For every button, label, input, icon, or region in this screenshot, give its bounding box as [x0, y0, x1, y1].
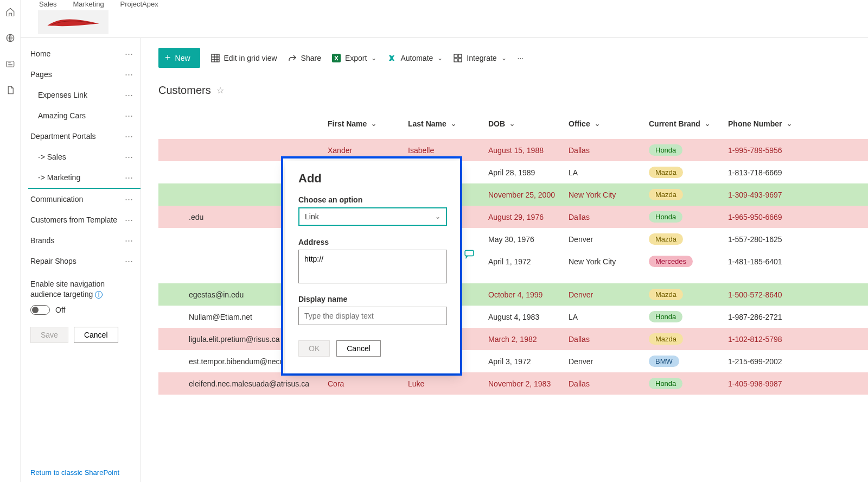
info-icon[interactable]: i [95, 291, 103, 299]
table-row[interactable]: eleifend.nec.malesuada@atrisus.caCoraLuk… [158, 372, 868, 395]
nav-item[interactable]: Communication··· [21, 189, 141, 210]
col-last-name[interactable]: Last Name⌄ [401, 114, 482, 134]
nav-item-menu[interactable]: ··· [125, 90, 136, 100]
option-label: Choose an option [298, 195, 447, 204]
address-input[interactable] [298, 250, 447, 283]
svg-rect-7 [458, 59, 462, 62]
table-row[interactable]: WilliamSmithApril 28, 1989LAMazda1-813-7… [158, 161, 868, 183]
svg-rect-6 [454, 59, 457, 62]
nav-item-menu[interactable]: ··· [125, 152, 136, 162]
table-row[interactable]: CoraSmithNovember 25, 2000New York CityM… [158, 183, 868, 206]
tab-marketing[interactable]: Marketing [73, 0, 104, 8]
table-row[interactable] [158, 272, 868, 283]
edit-grid-button[interactable]: Edit in grid view [211, 54, 277, 62]
table-row[interactable]: Nullam@Etiam.netChandaGiacomoAugust 4, 1… [158, 306, 868, 328]
table-row[interactable]: JasonZeleniaApril 1, 1972New York CityMe… [158, 250, 868, 272]
new-button[interactable]: +New [158, 48, 200, 68]
nav-item[interactable]: Home··· [21, 43, 141, 64]
svg-rect-5 [458, 54, 462, 58]
file-icon[interactable] [5, 85, 16, 96]
display-name-input[interactable] [298, 307, 447, 325]
toggle-state-label: Off [55, 306, 65, 314]
table-row[interactable]: est.tempor.bibendum@neccursusa.comPaloma… [158, 350, 868, 372]
insert-indicator: +👆 [28, 188, 141, 189]
col-dob[interactable]: DOB⌄ [482, 114, 562, 134]
nav-item[interactable]: Amazing Cars··· [21, 105, 141, 126]
svg-rect-2 [212, 54, 219, 62]
command-bar: +New Edit in grid view Share Export⌄ Aut… [141, 38, 868, 78]
nav-item-menu[interactable]: ··· [125, 49, 136, 59]
nav-item[interactable]: Department Portals··· [21, 126, 141, 147]
edit-nav-sidebar: Home···Pages···Expenses Link···Amazing C… [21, 38, 141, 482]
automate-button[interactable]: Automate⌄ [387, 54, 443, 62]
nav-item-menu[interactable]: ··· [125, 111, 136, 120]
col-first-name[interactable]: First Name⌄ [321, 114, 401, 134]
list-workspace: +New Edit in grid view Share Export⌄ Aut… [141, 38, 868, 482]
nav-item-menu[interactable]: ··· [125, 215, 136, 225]
list-title: Customers☆ [141, 78, 868, 99]
chevron-down-icon: ⌄ [435, 213, 441, 220]
nav-item-menu[interactable]: ··· [125, 173, 136, 182]
grid-icon [211, 54, 220, 62]
address-label: Address [298, 238, 447, 246]
integrate-button[interactable]: Integrate⌄ [454, 54, 506, 62]
comment-icon[interactable] [464, 249, 474, 259]
more-button[interactable]: ··· [518, 54, 524, 62]
excel-icon [332, 54, 341, 62]
save-button: Save [30, 327, 68, 343]
table-row[interactable]: JenniferSmithMay 30, 1976DenverMazda1-55… [158, 228, 868, 250]
nav-item-menu[interactable]: ··· [125, 236, 136, 245]
col-office[interactable]: Office⌄ [562, 114, 642, 134]
flow-icon [387, 54, 396, 62]
news-icon[interactable] [5, 59, 16, 69]
share-icon [288, 54, 297, 62]
nav-item[interactable]: -> Marketing··· [21, 167, 141, 188]
nav-item-menu[interactable]: ··· [125, 194, 136, 204]
ok-button: OK [298, 340, 330, 357]
dialog-title: Add [298, 172, 447, 186]
add-link-dialog: Add Choose an option Link ⌄ Address Disp… [281, 156, 462, 376]
dialog-cancel-button[interactable]: Cancel [336, 340, 381, 357]
app-rail [0, 0, 21, 482]
nav-item-menu[interactable]: ··· [125, 131, 136, 141]
globe-icon[interactable] [5, 33, 16, 43]
nav-item[interactable]: Repair Shops··· [21, 251, 141, 271]
export-button[interactable]: Export⌄ [332, 54, 376, 62]
col-current-brand[interactable]: Current Brand⌄ [642, 114, 722, 134]
tab-projectapex[interactable]: ProjectApex [120, 0, 158, 8]
site-tabs: Sales Marketing ProjectApex [21, 0, 868, 8]
audience-toggle[interactable] [30, 305, 50, 315]
table-row[interactable]: .eduPriceSmithAugust 29, 1976DallasHonda… [158, 206, 868, 228]
audience-targeting-label: Enable site navigation audience targetin… [30, 280, 105, 299]
share-button[interactable]: Share [288, 54, 321, 62]
svg-rect-4 [454, 54, 457, 58]
nav-item-menu[interactable]: ··· [125, 69, 136, 79]
table-row[interactable]: ligula.elit.pretium@risus.caHectorCailin… [158, 328, 868, 350]
favorite-icon[interactable]: ☆ [216, 85, 224, 96]
nav-item[interactable]: Brands··· [21, 230, 141, 251]
cancel-button[interactable]: Cancel [74, 327, 118, 343]
table-header: First Name⌄ Last Name⌄ DOB⌄ Office⌄ Curr… [158, 109, 868, 139]
svg-rect-8 [465, 250, 474, 256]
table-row[interactable]: XanderIsabelleAugust 15, 1988DallasHonda… [158, 139, 868, 161]
nav-item-menu[interactable]: ··· [125, 256, 136, 266]
option-dropdown[interactable]: Link ⌄ [298, 207, 447, 226]
tab-sales[interactable]: Sales [39, 0, 57, 8]
return-classic-link[interactable]: Return to classic SharePoint [21, 463, 141, 482]
col-phone-number[interactable]: Phone Number⌄ [722, 114, 808, 134]
nav-item[interactable]: Expenses Link··· [21, 85, 141, 105]
nav-item[interactable]: Customers from Template··· [21, 210, 141, 230]
integrate-icon [454, 54, 462, 62]
display-name-label: Display name [298, 295, 447, 303]
nav-item[interactable]: -> Sales··· [21, 147, 141, 167]
table-row[interactable]: egestas@in.eduLinusNelleOctober 4, 1999D… [158, 283, 868, 306]
home-icon[interactable] [5, 7, 16, 17]
nav-item[interactable]: Pages··· [21, 64, 141, 85]
site-logo[interactable] [38, 10, 108, 34]
